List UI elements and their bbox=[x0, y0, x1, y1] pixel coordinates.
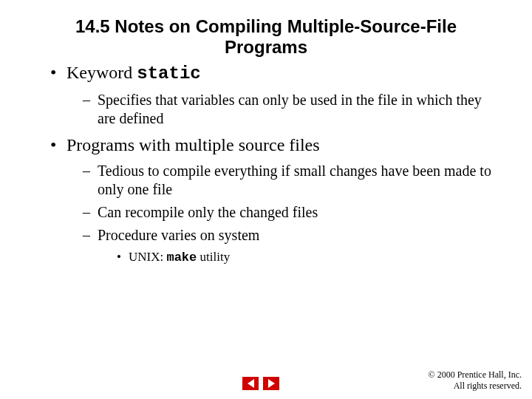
bullet-list-level1: Keyword static Specifies that variables … bbox=[50, 61, 502, 156]
sub-bullet: Can recompile only the changed files bbox=[83, 203, 502, 222]
copyright-line1: © 2000 Prentice Hall, Inc. bbox=[429, 369, 522, 381]
triangle-right-icon bbox=[268, 379, 275, 388]
triangle-left-icon bbox=[248, 379, 254, 388]
bullet-list-level3: UNIX: make utility bbox=[117, 249, 502, 266]
prev-button[interactable] bbox=[242, 377, 259, 390]
bullet-keyword-static: Keyword static Specifies that variables … bbox=[50, 61, 502, 128]
slide: 14.5 Notes on Compiling Multiple-Source-… bbox=[0, 0, 532, 266]
bullet-list-level2: Specifies that variables can only be use… bbox=[83, 91, 502, 128]
code-static: static bbox=[137, 64, 200, 83]
sub-bullet: Tedious to compile everything if small c… bbox=[83, 162, 502, 199]
text: utility bbox=[197, 250, 230, 264]
bullet-list-level2: Tedious to compile everything if small c… bbox=[83, 162, 502, 266]
sub-bullet-text: Procedure varies on system bbox=[98, 227, 259, 243]
text: UNIX: bbox=[129, 250, 166, 264]
copyright-line2: All rights reserved. bbox=[429, 381, 522, 392]
next-button[interactable] bbox=[263, 377, 279, 390]
copyright: © 2000 Prentice Hall, Inc. All rights re… bbox=[429, 369, 522, 392]
sub-bullet: Specifies that variables can only be use… bbox=[83, 91, 502, 128]
sub-bullet: Procedure varies on system UNIX: make ut… bbox=[83, 226, 502, 266]
code-make: make bbox=[166, 250, 197, 265]
bullet-text: Keyword bbox=[66, 63, 137, 82]
footer: © 2000 Prentice Hall, Inc. All rights re… bbox=[0, 369, 522, 392]
nav-controls bbox=[242, 377, 279, 390]
slide-title: 14.5 Notes on Compiling Multiple-Source-… bbox=[59, 16, 473, 57]
sub-sub-bullet: UNIX: make utility bbox=[117, 249, 502, 266]
bullet-multiple-source: Programs with multiple source files bbox=[50, 134, 502, 156]
